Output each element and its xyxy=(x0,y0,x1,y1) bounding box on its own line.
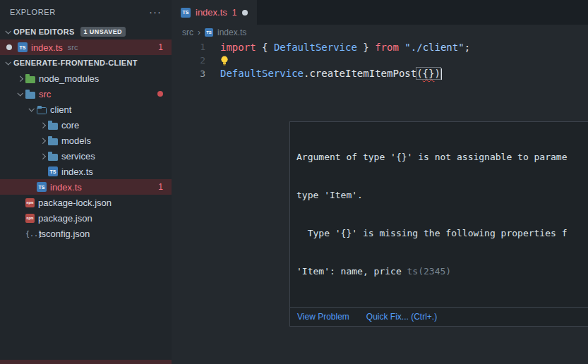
chevron-placeholder xyxy=(14,228,25,239)
view-problem-link[interactable]: View Problem xyxy=(297,312,349,322)
tree-item-core[interactable]: core xyxy=(0,117,172,133)
editor-area: TS index.ts 1 src › TS index.ts 1 import… xyxy=(172,0,588,364)
chevron-right-icon[interactable] xyxy=(14,73,25,84)
chevron-down-icon[interactable] xyxy=(14,88,25,99)
tree-item-package-json[interactable]: npm package.json xyxy=(0,210,172,226)
chevron-placeholder xyxy=(14,197,25,208)
explorer-header: EXPLORER ··· xyxy=(0,0,172,24)
breadcrumb-file[interactable]: index.ts xyxy=(217,28,246,37)
text-cursor xyxy=(441,68,443,80)
line-number: 2 xyxy=(172,55,205,66)
folder-icon xyxy=(48,123,58,130)
breadcrumb-src[interactable]: src xyxy=(182,28,193,37)
typescript-file-icon: TS xyxy=(37,182,47,192)
error-argument: {} xyxy=(423,68,435,79)
chevron-placeholder xyxy=(14,212,25,224)
typescript-file-icon: TS xyxy=(18,42,28,52)
error-count-badge: 1 xyxy=(158,42,163,52)
explorer-title: EXPLORER xyxy=(10,8,56,16)
code-line-2[interactable]: 2 xyxy=(172,54,588,67)
tree-item-tsconfig-json[interactable]: {..} tsconfig.json xyxy=(0,226,172,241)
folder-icon xyxy=(48,154,58,161)
open-editor-item-index-ts[interactable]: TS index.ts src 1 xyxy=(0,40,172,55)
error-count-badge: 1 xyxy=(158,182,163,192)
open-editors-label: OPEN EDITORS xyxy=(13,28,75,36)
tab-error-count: 1 xyxy=(232,8,237,18)
project-section-header[interactable]: GENERATE-FRONTEND-CLIENT xyxy=(0,55,172,71)
code-line-3[interactable]: 3 DefaultService.createItemItemPost({}) xyxy=(172,67,588,80)
unsaved-badge: 1 UNSAVED xyxy=(80,27,126,37)
chevron-placeholder xyxy=(25,181,37,193)
hover-action-bar: View Problem Quick Fix... (Ctrl+.) xyxy=(290,307,588,326)
more-actions-icon[interactable]: ··· xyxy=(149,8,162,16)
tree-item-client[interactable]: client xyxy=(0,102,172,117)
open-editor-file-name: index.ts xyxy=(31,42,63,53)
chevron-right-icon[interactable] xyxy=(37,119,48,131)
breadcrumb: src › TS index.ts xyxy=(172,25,588,40)
ts-error-code: ts(2345) xyxy=(407,266,452,277)
line-number: 3 xyxy=(172,68,205,79)
npm-file-icon: npm xyxy=(25,214,35,223)
chevron-right-icon[interactable] xyxy=(37,135,48,146)
line-number: 1 xyxy=(172,42,205,52)
vscode-window: EXPLORER ··· OPEN EDITORS 1 UNSAVED TS i… xyxy=(0,0,588,364)
sidebar-bottom-strip xyxy=(0,360,172,364)
tree-item-package-lock-json[interactable]: npm package-lock.json xyxy=(0,195,172,210)
tree-item-client-index-ts[interactable]: TS index.ts xyxy=(0,164,172,179)
breadcrumb-separator-icon: › xyxy=(198,28,200,37)
chevron-down-icon[interactable] xyxy=(2,26,13,37)
typescript-file-icon: TS xyxy=(205,28,213,37)
open-editors-section-header[interactable]: OPEN EDITORS 1 UNSAVED xyxy=(0,24,172,40)
lightbulb-icon[interactable] xyxy=(220,56,229,66)
tab-index-ts[interactable]: TS index.ts 1 xyxy=(172,0,257,25)
tree-item-src-index-ts[interactable]: TS index.ts 1 xyxy=(0,179,172,195)
modified-dot-icon[interactable] xyxy=(6,44,12,50)
chevron-down-icon[interactable] xyxy=(25,104,37,115)
tab-bar: TS index.ts 1 xyxy=(172,0,588,25)
tree-item-models[interactable]: models xyxy=(0,133,172,148)
open-folder-icon xyxy=(37,107,47,114)
tab-label: index.ts xyxy=(196,7,227,18)
project-title: GENERATE-FRONTEND-CLIENT xyxy=(13,59,138,67)
error-message: Argument of type '{}' is not assignable … xyxy=(290,122,588,307)
folder-icon xyxy=(25,92,35,99)
tree-item-src[interactable]: src xyxy=(0,86,172,102)
chevron-placeholder xyxy=(37,166,48,177)
problem-dot-icon xyxy=(157,91,163,97)
folder-icon xyxy=(48,138,58,145)
tree-item-services[interactable]: services xyxy=(0,148,172,164)
npm-file-icon: npm xyxy=(25,198,35,207)
tree-item-node-modules[interactable]: node_modules xyxy=(0,71,172,86)
typescript-file-icon: TS xyxy=(181,8,191,18)
json-braces-icon: {..} xyxy=(25,230,35,238)
explorer-sidebar: EXPLORER ··· OPEN EDITORS 1 UNSAVED TS i… xyxy=(0,0,172,364)
error-hover-widget: Argument of type '{}' is not assignable … xyxy=(289,121,588,327)
open-editor-file-path: src xyxy=(68,43,78,51)
code-editor[interactable]: 1 import { DefaultService } from "./clie… xyxy=(172,40,588,80)
typescript-file-icon: TS xyxy=(48,166,58,176)
code-line-1[interactable]: 1 import { DefaultService } from "./clie… xyxy=(172,40,588,54)
tab-modified-dot-icon[interactable] xyxy=(242,10,248,16)
quick-fix-link[interactable]: Quick Fix... (Ctrl+.) xyxy=(366,312,437,322)
bracket-match: ({}) xyxy=(416,68,440,79)
chevron-right-icon[interactable] xyxy=(37,150,48,162)
node-modules-folder-icon xyxy=(25,76,35,83)
chevron-down-icon[interactable] xyxy=(2,57,13,68)
